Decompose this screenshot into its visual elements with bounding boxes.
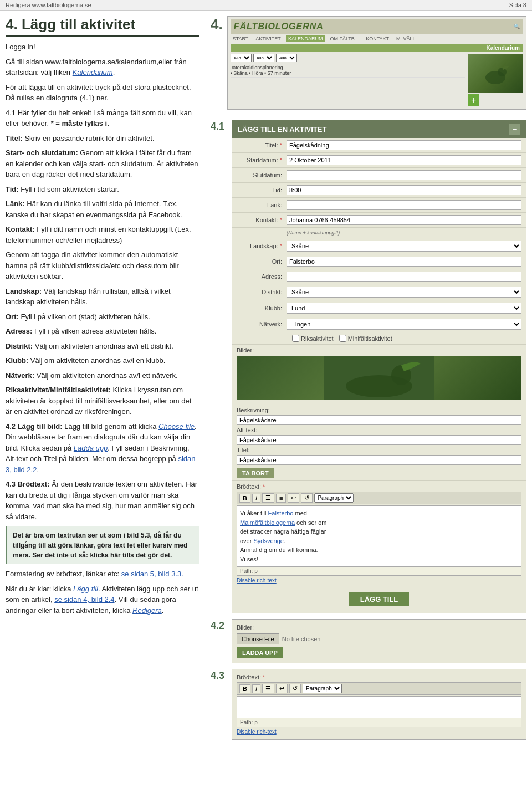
brodtext-section-text: 4.3 Brödtext: Är den beskrivande texten … — [6, 479, 200, 522]
ws-filter-3[interactable]: Alla — [276, 54, 297, 62]
side-toolbar-bold[interactable]: B — [239, 684, 250, 693]
ws-nav-mvalj[interactable]: M. VÄLI... — [394, 35, 421, 42]
path-row: Path: p — [237, 567, 521, 576]
ws-logo: FÄLTBIOLOGERNA — [234, 22, 324, 32]
input-beskrivning[interactable] — [237, 415, 521, 425]
ws-calendar-banner: Kalendarium — [231, 44, 523, 52]
brodtext-toolbar: B I ☰ ≡ ↩ ↺ Paragraph — [237, 492, 521, 504]
sidan4-link[interactable]: se sidan 4, bild 2.4 — [54, 595, 114, 603]
formatering-para: Formatering av brödtext, länkar etc: se … — [6, 569, 200, 580]
select-natverk[interactable]: - Ingen - — [287, 319, 521, 330]
brodtext-side-toolbar: B I ☰ ↩ ↺ Paragraph — [237, 682, 521, 695]
link-falsterbo[interactable]: Falsterbo — [268, 510, 294, 516]
choose-file-row: Choose File No file chosen — [237, 633, 521, 644]
toolbar-list1[interactable]: ☰ — [262, 493, 274, 503]
link-sydsverige[interactable]: Sydsverige — [253, 538, 283, 544]
input-kontakt[interactable] — [287, 215, 521, 225]
checkbox-riksaktivitet[interactable] — [292, 335, 299, 342]
ws-nav-aktivitet[interactable]: AKTIVITET — [253, 35, 283, 42]
ladda-upp-link[interactable]: Ladda upp — [74, 444, 108, 452]
sidan3-link[interactable]: sidan 3, bild 2.2 — [6, 454, 196, 474]
sidan5-link[interactable]: se sidan 5, bild 3.3. — [121, 570, 183, 578]
lagg-till-btn[interactable]: LÄGG TILL — [349, 592, 410, 606]
lagg-till-text-link[interactable]: Lägg till — [73, 585, 98, 593]
form-panel-title: LÄGG TILL EN AKTIVITET — [238, 125, 326, 134]
input-adress[interactable] — [287, 272, 521, 282]
top-bar: Redigera www.faltbiologerna.se Sida 8 — [0, 0, 532, 11]
brodtext-side-disable[interactable]: Disable rich-text — [237, 729, 521, 735]
ws-nav-om[interactable]: OM FÄLTB... — [328, 35, 361, 42]
input-alt-text[interactable] — [237, 435, 521, 445]
label-distrikt: Distrikt: — [237, 289, 287, 295]
toolbar-bold[interactable]: B — [239, 494, 250, 503]
beskrivning-label: Beskrivning: — [237, 407, 521, 413]
toolbar-redo[interactable]: ↺ — [301, 493, 313, 503]
side-toolbar-format[interactable]: Paragraph — [303, 684, 342, 693]
select-klubb[interactable]: Lund — [287, 303, 521, 314]
input-slutdatum[interactable] — [287, 170, 521, 180]
form-row-kontakt-sub: (Namn + kontaktuppgift) — [232, 228, 526, 238]
disable-rich-text[interactable]: Disable rich-text — [237, 577, 521, 584]
form-row-lank: Länk: — [232, 198, 526, 213]
kontakt-sub-label: (Namn + kontaktuppgift) — [287, 230, 521, 236]
ws-filter-2[interactable]: Alla — [253, 54, 274, 62]
tid-section: Tid: Fyll i tid som aktiviteten startar. — [6, 184, 200, 195]
choose-file-btn[interactable]: Choose File — [237, 633, 279, 644]
ws-filter-row: Alla Alla Alla — [231, 54, 465, 62]
input-ort[interactable] — [287, 257, 521, 267]
ws-event-sub: • Skäna • Höra • 57 minuter — [231, 70, 465, 76]
checkbox-row: Riksaktivitet Minifältisaktivitet — [232, 332, 526, 345]
redigera-link[interactable]: Redigera — [132, 606, 162, 615]
input-lank[interactable] — [287, 200, 521, 210]
form-panel-header: LÄGG TILL EN AKTIVITET − — [232, 120, 526, 138]
checkbox-minifaltis[interactable] — [339, 335, 346, 342]
brodtext-content[interactable]: Vi åker till Falsterbo med Malmöfältbiol… — [237, 505, 521, 567]
toolbar-list2[interactable]: ≡ — [276, 494, 286, 503]
select-distrikt[interactable]: Skåne — [287, 287, 521, 298]
input-titel-bild[interactable] — [237, 455, 521, 465]
input-tid[interactable] — [287, 185, 521, 195]
checkbox-minifaltis-label: Minifältisaktivitet — [339, 335, 392, 342]
ws-plus-btn[interactable]: + — [468, 94, 479, 106]
natverk-section: Nätverk: Välj om aktiviteten anordnas av… — [6, 370, 200, 381]
ws-nav-start[interactable]: START — [231, 35, 251, 42]
bird-thumb-img — [237, 356, 521, 400]
toolbar-italic[interactable]: I — [252, 494, 260, 503]
toolbar-format[interactable]: Paragraph — [314, 493, 354, 503]
ladda-upp-btn[interactable]: LADDA UPP — [237, 647, 283, 658]
input-titel[interactable] — [287, 140, 521, 150]
label-natverk: Nätverk: — [237, 321, 287, 328]
collapse-btn[interactable]: − — [509, 124, 520, 135]
ws-filter-1[interactable]: Alla — [231, 54, 252, 62]
side-toolbar-list1[interactable]: ☰ — [262, 684, 274, 693]
label-titel: Titel: * — [237, 142, 287, 149]
page-layout: 4. Lägg till aktivitet Logga in! Gå till… — [0, 11, 532, 745]
ws-nav-kalendarum[interactable]: KALENDARUM — [286, 35, 325, 42]
label-landskap: Landskap: * — [237, 243, 287, 249]
brodtext-req: * — [263, 674, 265, 681]
login-para: Logga in! — [6, 42, 200, 53]
input-startdatum[interactable] — [287, 155, 521, 165]
side-toolbar-redo[interactable]: ↺ — [289, 684, 301, 693]
form-row-klubb: Klubb: Lund — [232, 300, 526, 316]
side-toolbar-italic[interactable]: I — [252, 684, 260, 693]
page-title: 4. Lägg till aktivitet — [6, 16, 200, 37]
select-landskap[interactable]: Skåne — [287, 241, 521, 252]
ta-bort-btn[interactable]: TA BORT — [237, 468, 274, 478]
toolbar-undo[interactable]: ↩ — [288, 493, 299, 503]
riksaktivitet-section: Riksaktivitet/Minifältisaktivitet: Klick… — [6, 385, 200, 417]
label-tid: Tid: — [237, 187, 287, 193]
form-row-startdatum: Startdatum: * — [232, 153, 526, 168]
fill-para: 4.1 Här fyller du helt enkelt i så många… — [6, 108, 200, 129]
side-toolbar-undo[interactable]: ↩ — [276, 684, 288, 693]
link-malmofaltbio[interactable]: Malmöfältbiologerna — [240, 519, 295, 526]
brodtext-side-content[interactable] — [237, 696, 521, 718]
label-lank: Länk: — [237, 202, 287, 208]
ws-nav: START AKTIVITET KALENDARUM OM FÄLTB... K… — [231, 35, 523, 42]
ws-nav-kontakt[interactable]: KONTAKT — [364, 35, 391, 42]
kalendarium-link[interactable]: Kalendarium — [73, 68, 113, 76]
ws-content: Alla Alla Alla Jäterakaldionsplanering •… — [231, 54, 523, 106]
choose-file-link[interactable]: Choose file — [158, 422, 195, 431]
startslut-section: Start- och slutdatum: Genom att klicka i… — [6, 147, 200, 180]
brodtext-section: Brödtext: * B I ☰ ≡ ↩ ↺ Paragraph — [232, 481, 526, 586]
